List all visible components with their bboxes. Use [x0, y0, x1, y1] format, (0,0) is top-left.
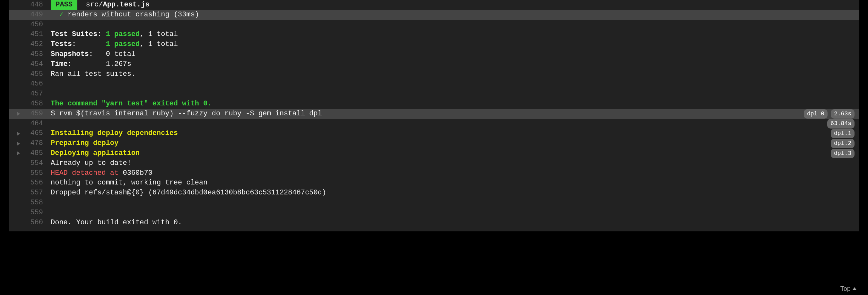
log-segment: nothing to commit, working tree clean — [51, 178, 207, 188]
log-line: 458The command "yarn test" exited with 0… — [9, 99, 859, 109]
log-line: 557Dropped refs/stash@{0} (67d49dc34dbd0… — [9, 188, 859, 198]
log-segment: src/ — [78, 0, 103, 10]
log-line: 464 63.84s — [9, 119, 859, 129]
line-number: 458 — [28, 99, 51, 109]
fold-arrow-icon — [17, 112, 20, 116]
log-segment: Preparing deploy — [51, 139, 119, 148]
build-log: 448 PASS src/App.test.js449 ✓ renders wi… — [9, 0, 859, 231]
log-line: 454Time: 1.267s — [9, 59, 859, 69]
log-segment: Installing deploy dependencies — [51, 128, 178, 139]
log-line-foldable[interactable]: 465Installing deploy dependenciesdpl.1 — [9, 128, 859, 139]
line-number: 559 — [28, 208, 51, 218]
fold-gutter[interactable] — [9, 151, 28, 155]
timing-badges: dpl.2 — [831, 139, 855, 148]
log-content — [51, 89, 855, 99]
line-number: 478 — [28, 139, 51, 148]
timing-badge: 63.84s — [827, 119, 855, 128]
line-number: 452 — [28, 39, 51, 50]
log-content: HEAD detached at 0360b70 — [51, 168, 855, 178]
line-number: 485 — [28, 148, 51, 158]
log-segment: , 1 total — [140, 30, 178, 39]
log-line: 455Ran all test suites. — [9, 69, 859, 79]
log-content: Ran all test suites. — [51, 69, 855, 79]
fold-gutter[interactable] — [9, 131, 28, 136]
log-segment: $ rvm $(travis_internal_ruby) --fuzzy do… — [51, 109, 322, 119]
log-segment: Snapshots: — [51, 50, 106, 59]
timing-badge: dpl.1 — [831, 129, 855, 138]
log-content: Tests: 1 passed, 1 total — [51, 39, 855, 50]
line-number: 558 — [28, 198, 51, 208]
log-content: The command "yarn test" exited with 0. — [51, 99, 855, 109]
log-content: Snapshots: 0 total — [51, 50, 855, 59]
log-content — [51, 20, 855, 30]
line-number: 450 — [28, 20, 51, 30]
log-line: 451Test Suites: 1 passed, 1 total — [9, 30, 859, 39]
line-number: 459 — [28, 109, 51, 119]
log-segment: , 1 total — [140, 39, 178, 50]
timing-badge: dpl_0 — [804, 109, 828, 119]
log-segment: 1 passed — [106, 39, 140, 50]
fold-arrow-icon — [17, 151, 20, 155]
log-content: Preparing deploy — [51, 139, 831, 148]
log-segment: 1.267s — [72, 59, 131, 69]
log-line: 457 — [9, 89, 859, 99]
log-segment: Done. Your build exited with 0. — [51, 218, 182, 228]
log-content: Test Suites: 1 passed, 1 total — [51, 30, 855, 39]
line-number: 451 — [28, 30, 51, 39]
log-content: Deploying application — [51, 148, 831, 158]
line-number: 465 — [28, 128, 51, 139]
timing-badges: dpl.1 — [831, 129, 855, 138]
log-segment: App.test.js — [103, 0, 149, 10]
log-segment: 0 total — [106, 50, 135, 59]
log-content: Dropped refs/stash@{0} (67d49dc34dbd0ea6… — [51, 188, 855, 198]
log-line: 560Done. Your build exited with 0. — [9, 218, 859, 228]
line-number: 457 — [28, 89, 51, 99]
timing-badges: dpl_02.63s — [804, 109, 855, 119]
log-segment: Test Suites: — [51, 30, 106, 39]
log-segment: Time: — [51, 59, 72, 69]
log-segment — [51, 89, 55, 99]
log-line-foldable[interactable]: 478Preparing deploydpl.2 — [9, 139, 859, 148]
log-segment: PASS — [51, 0, 78, 10]
line-number: 556 — [28, 178, 51, 188]
log-line: 448 PASS src/App.test.js — [9, 0, 859, 10]
fold-arrow-icon — [17, 141, 20, 146]
log-content: Installing deploy dependencies — [51, 128, 831, 139]
line-number: 560 — [28, 218, 51, 228]
fold-gutter[interactable] — [9, 141, 28, 146]
log-segment — [51, 119, 55, 129]
log-segment: Dropped refs/stash@{0} (67d49dc34dbd0ea6… — [51, 188, 326, 198]
fold-gutter[interactable] — [9, 112, 28, 116]
log-segment: Ran all test suites. — [51, 69, 135, 79]
line-number: 464 — [28, 119, 51, 129]
log-segment — [51, 208, 55, 218]
log-line-foldable[interactable]: 485Deploying applicationdpl.3 — [9, 148, 859, 158]
log-content — [51, 208, 855, 218]
timing-badges: dpl.3 — [831, 149, 855, 158]
line-number: 557 — [28, 188, 51, 198]
log-content: Already up to date! — [51, 158, 855, 168]
log-segment: 1 passed — [106, 30, 140, 39]
line-number: 454 — [28, 59, 51, 69]
log-line: 559 — [9, 208, 859, 218]
log-segment: Already up to date! — [51, 158, 131, 168]
log-line: 449 ✓ renders without crashing (33ms) — [9, 10, 859, 20]
log-content: Time: 1.267s — [51, 59, 855, 69]
log-segment: renders without crashing (33ms) — [68, 10, 199, 20]
log-content: PASS src/App.test.js — [51, 0, 855, 10]
log-line-foldable[interactable]: 459$ rvm $(travis_internal_ruby) --fuzzy… — [9, 109, 859, 119]
log-line: 556nothing to commit, working tree clean — [9, 178, 859, 188]
log-line: 452Tests: 1 passed, 1 total — [9, 39, 859, 50]
log-content — [51, 79, 855, 89]
log-content: $ rvm $(travis_internal_ruby) --fuzzy do… — [51, 109, 804, 119]
timing-badge: 2.63s — [831, 109, 855, 119]
log-segment: HEAD detached at — [51, 168, 123, 178]
log-line: 453Snapshots: 0 total — [9, 50, 859, 59]
log-content: ✓ renders without crashing (33ms) — [51, 10, 855, 20]
log-line: 450 — [9, 20, 859, 30]
log-segment: ✓ — [51, 10, 68, 20]
timing-badges: 63.84s — [827, 119, 855, 128]
log-content — [51, 119, 827, 129]
line-number: 449 — [28, 10, 51, 20]
log-segment: 0360b70 — [123, 168, 152, 178]
